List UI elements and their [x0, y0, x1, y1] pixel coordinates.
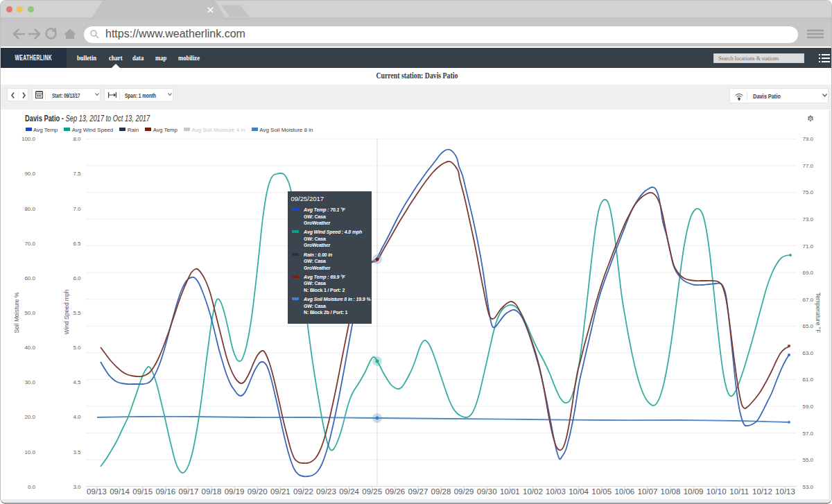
svg-text:10/11: 10/11: [729, 487, 749, 496]
svg-text:60.0: 60.0: [24, 275, 35, 281]
svg-text:10/07: 10/07: [638, 487, 658, 496]
svg-text:75.0: 75.0: [803, 189, 814, 195]
svg-text:40.0: 40.0: [24, 345, 35, 351]
svg-text:09/30: 09/30: [477, 487, 497, 496]
svg-text:67.0: 67.0: [803, 297, 814, 303]
svg-text:10/05: 10/05: [591, 487, 612, 496]
svg-text:65.0: 65.0: [803, 323, 814, 329]
svg-text:70.0: 70.0: [24, 241, 35, 247]
svg-text:10.0: 10.0: [24, 449, 35, 455]
svg-text:09/24: 09/24: [339, 487, 359, 496]
svg-text:09/22: 09/22: [293, 487, 313, 496]
svg-text:09/23: 09/23: [316, 487, 336, 496]
svg-text:10/03: 10/03: [546, 487, 566, 496]
svg-text:09/19: 09/19: [225, 487, 245, 496]
svg-text:10/02: 10/02: [523, 487, 543, 496]
svg-text:7.5: 7.5: [73, 171, 81, 177]
svg-text:09/20: 09/20: [248, 487, 268, 496]
svg-text:7.0: 7.0: [73, 206, 81, 212]
svg-text:09/28: 09/28: [431, 487, 451, 496]
svg-text:3.0: 3.0: [73, 484, 81, 490]
svg-text:09/14: 09/14: [110, 487, 130, 496]
svg-text:09/25: 09/25: [362, 487, 382, 496]
svg-text:09/21: 09/21: [270, 487, 291, 496]
svg-text:55.0: 55.0: [803, 457, 814, 463]
svg-text:69.0: 69.0: [803, 270, 814, 276]
svg-text:90.0: 90.0: [24, 171, 35, 177]
svg-text:6.0: 6.0: [73, 275, 81, 281]
svg-text:10/08: 10/08: [661, 487, 681, 496]
svg-text:59.0: 59.0: [803, 403, 814, 410]
svg-text:Soil Moisture %: Soil Moisture %: [13, 292, 20, 333]
svg-text:Temperature °F: Temperature °F: [815, 293, 822, 333]
svg-text:6.5: 6.5: [73, 241, 81, 247]
svg-text:09/29: 09/29: [454, 487, 474, 496]
svg-text:4.0: 4.0: [73, 414, 81, 420]
svg-text:3.5: 3.5: [73, 449, 81, 455]
svg-text:4.5: 4.5: [73, 379, 81, 385]
svg-text:09/27: 09/27: [408, 487, 428, 496]
svg-text:10/10: 10/10: [707, 487, 727, 496]
svg-text:71.0: 71.0: [803, 243, 814, 250]
svg-text:8.0: 8.0: [73, 136, 81, 142]
svg-text:09/18: 09/18: [202, 487, 222, 496]
svg-text:5.5: 5.5: [73, 310, 81, 316]
svg-text:09/15: 09/15: [132, 487, 153, 496]
svg-text:30.0: 30.0: [24, 379, 35, 385]
svg-text:Wind Speed mph: Wind Speed mph: [63, 289, 70, 334]
svg-text:10/12: 10/12: [752, 487, 772, 496]
svg-text:10/06: 10/06: [614, 487, 634, 496]
svg-text:63.0: 63.0: [803, 350, 814, 356]
svg-text:20.0: 20.0: [24, 414, 35, 420]
svg-text:79.0: 79.0: [803, 136, 814, 142]
svg-text:61.0: 61.0: [803, 376, 814, 383]
svg-text:10/04: 10/04: [569, 487, 589, 496]
svg-text:50.0: 50.0: [24, 310, 35, 316]
svg-text:5.0: 5.0: [73, 345, 81, 351]
svg-text:10/13: 10/13: [775, 487, 795, 496]
svg-text:09/13: 09/13: [87, 487, 107, 496]
svg-text:09/17: 09/17: [179, 487, 199, 496]
svg-text:10/09: 10/09: [684, 487, 704, 496]
svg-text:09/26: 09/26: [385, 487, 405, 496]
svg-text:73.0: 73.0: [803, 216, 814, 223]
svg-text:77.0: 77.0: [803, 163, 814, 169]
svg-text:09/16: 09/16: [155, 487, 175, 496]
svg-text:57.0: 57.0: [803, 431, 814, 437]
svg-text:10/01: 10/01: [500, 487, 520, 496]
svg-text:53.0: 53.0: [803, 484, 814, 490]
svg-text:100.0: 100.0: [21, 136, 36, 142]
svg-text:80.0: 80.0: [24, 206, 35, 212]
svg-text:0.0: 0.0: [28, 484, 36, 490]
